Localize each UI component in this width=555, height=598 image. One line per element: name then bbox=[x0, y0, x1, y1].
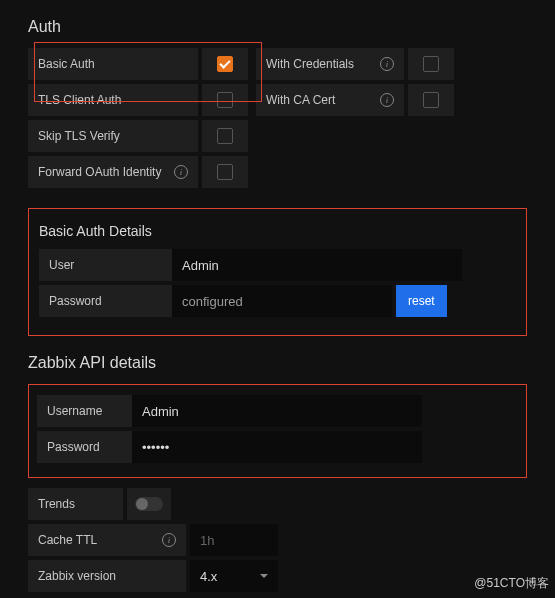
zabbix-password-label: Password bbox=[37, 431, 132, 463]
forward-oauth-label: Forward OAuth Identity i bbox=[28, 156, 198, 188]
basic-auth-details-title: Basic Auth Details bbox=[39, 223, 516, 239]
trends-toggle[interactable] bbox=[135, 497, 163, 511]
with-credentials-checkbox[interactable] bbox=[423, 56, 439, 72]
basic-auth-details-panel: Basic Auth Details User Password reset bbox=[28, 208, 527, 336]
zabbix-version-select[interactable]: 4.x bbox=[190, 560, 278, 592]
password-input bbox=[172, 285, 392, 317]
auth-options-grid: Basic Auth TLS Client Auth Skip TLS Veri… bbox=[28, 48, 527, 188]
with-ca-cert-label: With CA Cert i bbox=[256, 84, 404, 116]
tls-client-auth-checkbox[interactable] bbox=[217, 92, 233, 108]
forward-oauth-checkbox[interactable] bbox=[217, 164, 233, 180]
basic-auth-label: Basic Auth bbox=[28, 48, 198, 80]
tls-client-auth-label: TLS Client Auth bbox=[28, 84, 198, 116]
skip-tls-verify-label: Skip TLS Verify bbox=[28, 120, 198, 152]
skip-tls-verify-checkbox[interactable] bbox=[217, 128, 233, 144]
user-label: User bbox=[39, 249, 172, 281]
info-icon[interactable]: i bbox=[174, 165, 188, 179]
zabbix-section-title: Zabbix API details bbox=[28, 354, 527, 372]
chevron-down-icon bbox=[260, 574, 268, 578]
with-ca-cert-checkbox[interactable] bbox=[423, 92, 439, 108]
zabbix-credentials-panel: Username Password bbox=[28, 384, 527, 478]
info-icon[interactable]: i bbox=[380, 57, 394, 71]
user-input[interactable] bbox=[172, 249, 462, 281]
cache-ttl-label: Cache TTL i bbox=[28, 524, 186, 556]
zabbix-username-input[interactable] bbox=[132, 395, 422, 427]
watermark: @51CTO博客 bbox=[474, 575, 549, 592]
with-credentials-label: With Credentials i bbox=[256, 48, 404, 80]
auth-section-title: Auth bbox=[28, 18, 527, 36]
password-label: Password bbox=[39, 285, 172, 317]
info-icon[interactable]: i bbox=[162, 533, 176, 547]
info-icon[interactable]: i bbox=[380, 93, 394, 107]
zabbix-username-label: Username bbox=[37, 395, 132, 427]
cache-ttl-input[interactable] bbox=[190, 524, 278, 556]
zabbix-password-input[interactable] bbox=[132, 431, 422, 463]
reset-button[interactable]: reset bbox=[396, 285, 447, 317]
zabbix-version-label: Zabbix version bbox=[28, 560, 186, 592]
basic-auth-checkbox[interactable] bbox=[217, 56, 233, 72]
trends-label: Trends bbox=[28, 488, 123, 520]
